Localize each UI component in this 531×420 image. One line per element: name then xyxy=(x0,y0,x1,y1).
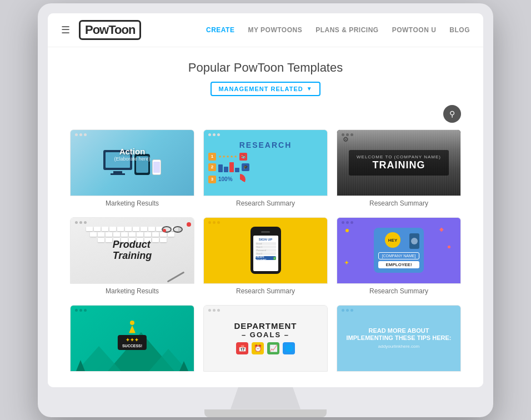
id-card: HEY [COMPANY NAME] EMPLOYEE! xyxy=(374,228,424,273)
search-button[interactable]: ⚲ xyxy=(443,105,461,123)
thumbnail-6: ✦ ◆ HEY [COMPANY NAME] EMPLOYEE! xyxy=(337,217,461,284)
thumbnail-1: Action (Elaborate here) xyxy=(70,129,194,196)
dots-5 xyxy=(208,221,220,224)
page-title: Popular PowToon Templates xyxy=(70,61,461,75)
signup-title: SIGN UP xyxy=(256,238,276,241)
thumbnail-8: DEPARTMENT – GOALS – 📅 ⏰ 📈 🌐 xyxy=(203,305,328,372)
tree-left xyxy=(76,360,85,371)
template-card-2[interactable]: RESEARCH 1 ★ ★ ★ ★ ★ xyxy=(203,129,328,208)
company-name-label: [COMPANY NAME] xyxy=(378,252,419,259)
training-text: WELCOME TO (COMPANY NAME) TRAINING xyxy=(349,150,449,176)
dots-4 xyxy=(75,221,87,224)
read-more-title: READ MORE ABOUTIMPLEMENTING THESE TIPS H… xyxy=(347,327,452,342)
research-items: 1 ★ ★ ★ ★ ★ 📚 xyxy=(208,153,323,185)
dots-8 xyxy=(208,309,220,312)
nav-create[interactable]: CREATE xyxy=(206,26,234,34)
gear-icon: ⚙ xyxy=(343,136,349,143)
template-label-1: Marketing Results xyxy=(70,196,194,208)
card1-action: Action xyxy=(114,147,150,156)
pen-hand-icon xyxy=(166,276,186,278)
email-field: Email xyxy=(256,242,276,245)
template-grid: Action (Elaborate here) Marketing Result… xyxy=(70,129,461,376)
product-training-text: ProductTraining xyxy=(113,239,152,262)
research-title: RESEARCH xyxy=(239,141,292,149)
diamond-icon: ◆ xyxy=(439,226,444,232)
search-icon: ⚲ xyxy=(449,109,455,118)
password-field: Password xyxy=(256,249,276,252)
filter-bar: MANAGEMENT RELATED ▼ xyxy=(70,82,461,96)
star-icon: ✦ xyxy=(344,259,349,267)
thumbnail-3: WELCOME TO (COMPANY NAME) TRAINING ⚙ xyxy=(337,129,461,196)
template-label-8 xyxy=(203,372,328,376)
nav-powtoon-u[interactable]: POWTOON U xyxy=(392,26,437,34)
phone-speaker xyxy=(261,231,270,233)
goals-subtitle: – GOALS – xyxy=(242,331,289,339)
dropdown-arrow-icon: ▼ xyxy=(307,86,313,92)
dept-icons-row: 📅 ⏰ 📈 🌐 xyxy=(236,342,295,354)
main-content: Popular PowToon Templates MANAGEMENT REL… xyxy=(48,47,483,387)
logo[interactable]: PowToon xyxy=(79,20,206,40)
thumbnail-2: RESEARCH 1 ★ ★ ★ ★ ★ xyxy=(203,129,328,196)
template-card-8[interactable]: DEPARTMENT – GOALS – 📅 ⏰ 📈 🌐 xyxy=(203,305,328,376)
template-card-1[interactable]: Action (Elaborate here) Marketing Result… xyxy=(70,129,194,208)
monitor-frame: ☰ PowToon CREATE MY POWTOONS PLANS & PRI… xyxy=(38,3,493,417)
research-item-1: 1 ★ ★ ★ ★ ★ 📚 xyxy=(208,153,323,161)
template-card-4[interactable]: ProductTraining Marketing Results xyxy=(70,217,194,296)
nav-blog[interactable]: BLOG xyxy=(449,26,470,34)
hey-badge: HEY xyxy=(385,232,400,248)
dots-6 xyxy=(342,221,353,224)
template-label-3: Research Summary xyxy=(337,196,461,208)
dots-7 xyxy=(75,309,87,312)
dots-2 xyxy=(208,133,220,136)
read-more-url: addyourlinkhere.com xyxy=(378,344,419,349)
template-label-2: Research Summary xyxy=(203,196,328,208)
create-account-btn: CREATE ACCOUNT ✓ xyxy=(256,256,276,260)
department-title: DEPARTMENT xyxy=(234,322,297,331)
template-label-6: Research Summary xyxy=(337,284,461,296)
text1-field: Text 1 xyxy=(256,246,276,248)
scatter-dot-1 xyxy=(345,229,349,232)
thumbnail-7: ✦✦✦ SUCCESS! xyxy=(70,305,194,372)
dots-9 xyxy=(342,309,353,312)
template-card-6[interactable]: ✦ ◆ HEY [COMPANY NAME] EMPLOYEE! xyxy=(337,217,461,296)
filter-button[interactable]: MANAGEMENT RELATED ▼ xyxy=(211,82,320,96)
check-icon: ✓ xyxy=(273,257,276,260)
text2-field: Text 2 xyxy=(256,252,276,255)
template-label-5: Research Summary xyxy=(203,284,328,296)
template-label-9 xyxy=(337,372,461,376)
monitor-base xyxy=(204,409,327,417)
template-card-3[interactable]: WELCOME TO (COMPANY NAME) TRAINING ⚙ Res… xyxy=(337,129,461,208)
nav-mypowtoons[interactable]: MY POWTOONS xyxy=(248,26,302,34)
monitor-screen: ☰ PowToon CREATE MY POWTOONS PLANS & PRI… xyxy=(48,13,483,387)
card1-sub: (Elaborate here) xyxy=(114,156,150,162)
tree-right xyxy=(179,361,188,371)
thumbnail-9: READ MORE ABOUTIMPLEMENTING THESE TIPS H… xyxy=(337,305,461,372)
thumbnail-4: ProductTraining xyxy=(70,217,194,284)
thumbnail-5: SIGN UP Email Text 1 Password Text 2 CRE… xyxy=(203,217,328,284)
success-badge: ✦✦✦ SUCCESS! xyxy=(118,335,147,350)
training-welcome: WELCOME TO (COMPANY NAME) xyxy=(357,154,441,159)
training-title: TRAINING xyxy=(357,159,441,171)
monitor-stand xyxy=(227,387,304,409)
product-training-container: ProductTraining xyxy=(71,218,194,283)
filter-label: MANAGEMENT RELATED xyxy=(218,86,303,92)
scatter-dot-2 xyxy=(448,246,450,248)
chart-icon: 📈 xyxy=(267,342,279,354)
research-item-2: 2 🎓 xyxy=(208,162,323,172)
clock-icon: ⏰ xyxy=(252,342,264,354)
employee-label: EMPLOYEE! xyxy=(378,261,419,268)
phone-screen: SIGN UP Email Text 1 Password Text 2 CRE… xyxy=(253,236,278,271)
person-icon xyxy=(129,321,136,333)
nav-links: CREATE MY POWTOONS PLANS & PRICING POWTO… xyxy=(206,26,470,34)
phone-mockup: SIGN UP Email Text 1 Password Text 2 CRE… xyxy=(251,227,281,274)
hamburger-icon[interactable]: ☰ xyxy=(61,24,70,36)
template-card-5[interactable]: SIGN UP Email Text 1 Password Text 2 CRE… xyxy=(203,217,328,296)
template-label-7 xyxy=(70,372,194,376)
template-card-7[interactable]: ✦✦✦ SUCCESS! xyxy=(70,305,194,376)
template-label-4: Marketing Results xyxy=(70,284,194,296)
research-item-3: 3 100% xyxy=(208,174,323,185)
dots-1 xyxy=(75,133,87,136)
search-bar: ⚲ xyxy=(70,105,461,123)
nav-plans[interactable]: PLANS & PRICING xyxy=(315,26,379,34)
template-card-9[interactable]: READ MORE ABOUTIMPLEMENTING THESE TIPS H… xyxy=(337,305,461,376)
